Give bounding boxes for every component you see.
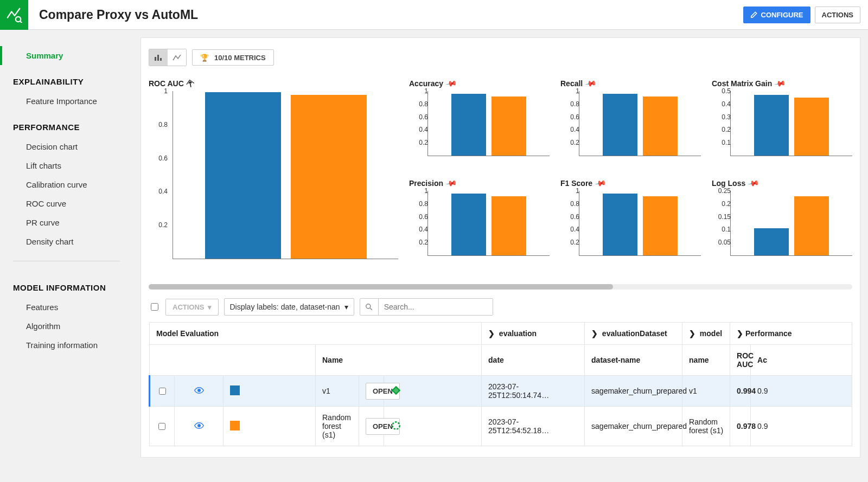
sidebar-item-features[interactable]: Features [0, 298, 133, 317]
svg-line-1 [20, 21, 22, 23]
chart-cost-matrix-gain[interactable]: Cost Matrix Gain 📌0.10.20.30.40.5 [712, 79, 852, 171]
cell-dataset: sagemaker_churn_prepared [585, 407, 682, 446]
sidebar-item-feature-importance[interactable]: Feature Importance [0, 92, 133, 111]
cell-ac: 0.9 [751, 376, 852, 407]
chart-bar [205, 92, 281, 259]
cell-dataset: sagemaker_churn_prepared [585, 376, 682, 407]
chart-title: Log Loss 📌 [712, 179, 852, 188]
pin-icon[interactable]: 📌 [774, 78, 786, 90]
caret-down-icon: ▾ [208, 303, 212, 311]
chart-bar [492, 97, 526, 156]
col-ac[interactable]: Ac [751, 345, 852, 376]
search-icon [360, 299, 379, 315]
chart-bar [643, 97, 678, 156]
table-actions-button[interactable]: ACTIONS ▾ [165, 299, 219, 316]
search-input[interactable] [379, 299, 493, 315]
chart-title: F1 Score 📌 [560, 179, 701, 188]
chart-title: ROC AUC ⇱ [149, 79, 398, 88]
chart-title: Cost Matrix Gain 📌 [712, 79, 852, 88]
col-group-evaluation-dataset[interactable]: ❯ evaluationDataset [585, 323, 682, 345]
sidebar-item-lift-charts[interactable]: Lift charts [0, 156, 133, 175]
chart-plot: 0.20.40.60.81 [173, 91, 398, 259]
sidebar-head-explainability: EXPLAINABILITY [0, 65, 133, 92]
color-swatch [230, 421, 240, 430]
pin-icon[interactable]: 📌 [594, 177, 607, 190]
chart-plot: 0.10.20.30.40.5 [730, 91, 852, 156]
metrics-selector[interactable]: 🏆 10/10 METRICS [192, 49, 274, 66]
eye-icon[interactable] [194, 387, 204, 395]
sidebar-item-training-info[interactable]: Training information [0, 336, 133, 355]
row-checkbox[interactable] [159, 388, 166, 395]
chart-recall[interactable]: Recall 📌0.20.40.60.81 [560, 79, 701, 171]
sidebar-item-algorithm[interactable]: Algorithm [0, 317, 133, 336]
chart-bar [754, 228, 789, 255]
chart-f1-score[interactable]: F1 Score 📌0.20.40.60.81 [560, 179, 701, 271]
view-toggle [149, 49, 187, 66]
line-chart-icon [173, 54, 181, 61]
sidebar-item-decision-chart[interactable]: Decision chart [0, 137, 133, 156]
pin-icon[interactable]: 📌 [747, 177, 760, 190]
pin-icon[interactable]: 📌 [445, 177, 457, 190]
chart-accuracy[interactable]: Accuracy 📌0.20.40.60.81 [409, 79, 550, 171]
table-row[interactable]: Random forest (s1) OPEN 2023-07-25T12:54… [150, 407, 852, 446]
select-all-checkbox[interactable] [151, 303, 158, 311]
svg-rect-4 [157, 55, 159, 61]
caret-down-icon: ▾ [344, 303, 348, 311]
sidebar-head-model-info: MODEL INFORMATION [0, 271, 133, 298]
chart-bar [603, 194, 637, 255]
chart-bar [492, 196, 526, 255]
row-checkbox[interactable] [158, 423, 165, 430]
color-swatch [230, 385, 240, 395]
cell-date: 2023-07-25T12:54:52.18… [482, 407, 585, 446]
eye-icon[interactable] [194, 422, 204, 430]
table-row[interactable]: v1 OPEN 2023-07-25T12:50:14.74… sagemake… [150, 376, 852, 407]
sidebar-item-density-chart[interactable]: Density chart [0, 232, 133, 251]
edit-icon [750, 11, 758, 18]
col-group-performance[interactable]: ❯ Performance [730, 323, 852, 345]
sidebar: Summary EXPLAINABILITY Feature Importanc… [0, 30, 133, 482]
chart-plot: 0.20.40.60.81 [427, 191, 550, 256]
sidebar-separator [13, 261, 120, 261]
trophy-icon: 🏆 [200, 54, 209, 62]
charts-scrollbar[interactable] [149, 284, 852, 290]
configure-button[interactable]: CONFIGURE [743, 7, 810, 23]
svg-point-6 [366, 304, 371, 309]
chart-title: Recall 📌 [560, 79, 701, 88]
sidebar-item-calibration-curve[interactable]: Calibration curve [0, 175, 133, 194]
bar-view-button[interactable] [149, 49, 168, 66]
chart-precision[interactable]: Precision 📌0.20.40.60.81 [409, 179, 550, 271]
col-date[interactable]: date [482, 345, 585, 376]
display-labels-dropdown[interactable]: Display labels: date, dataset-nan ▾ [224, 298, 354, 316]
chart-title: Precision 📌 [409, 179, 550, 188]
cell-roc-auc: 0.978 [730, 407, 751, 446]
page-title: Compare Proxy vs AutoML [39, 8, 739, 22]
charts-area: ROC AUC ⇱0.20.40.60.81 Accuracy 📌0.20.40… [149, 79, 852, 271]
metrics-label: 10/10 METRICS [214, 54, 266, 62]
sidebar-item-pr-curve[interactable]: PR curve [0, 213, 133, 232]
pin-icon[interactable]: ⇱ [185, 78, 195, 89]
col-group-evaluation[interactable]: ❯ evaluation [482, 323, 585, 345]
actions-button[interactable]: ACTIONS [815, 7, 861, 23]
line-view-button[interactable] [168, 49, 186, 66]
chart-bar [291, 95, 367, 259]
chart-roc-auc[interactable]: ROC AUC ⇱0.20.40.60.81 [149, 79, 398, 271]
cell-date: 2023-07-25T12:50:14.74… [482, 376, 585, 407]
col-roc-auc[interactable]: ROC AUC [730, 345, 751, 376]
col-group-model[interactable]: ❯ model [682, 323, 730, 345]
chart-plot: 0.20.40.60.81 [579, 91, 701, 156]
chart-bar [794, 196, 829, 255]
chart-bar [754, 95, 789, 156]
chart-log-loss[interactable]: Log Loss 📌0.050.10.150.20.25 [712, 179, 852, 271]
sidebar-item-roc-curve[interactable]: ROC curve [0, 194, 133, 213]
sidebar-item-summary[interactable]: Summary [0, 46, 133, 65]
col-dataset-name[interactable]: dataset-name [585, 345, 682, 376]
col-name[interactable]: Name [316, 345, 482, 376]
col-group-model-eval: Model Evaluation [150, 323, 482, 345]
pin-icon[interactable]: 📌 [445, 78, 457, 90]
chart-bar [451, 94, 486, 156]
svg-point-11 [197, 425, 200, 427]
col-model-name[interactable]: name [682, 345, 730, 376]
brand-logo [0, 0, 28, 30]
pin-icon[interactable]: 📌 [584, 78, 597, 90]
chart-plot: 0.050.10.150.20.25 [730, 191, 852, 256]
